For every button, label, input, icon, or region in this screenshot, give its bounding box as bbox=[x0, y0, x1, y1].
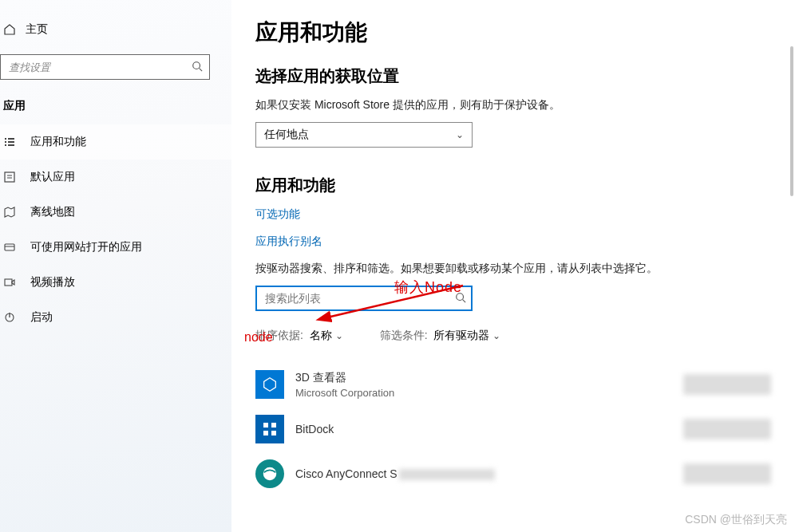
sidebar-item-apps-features[interactable]: 应用和功能 bbox=[0, 124, 231, 160]
video-icon bbox=[3, 276, 16, 289]
search-icon bbox=[192, 61, 204, 74]
dropdown-value: 任何地点 bbox=[264, 128, 309, 142]
svg-rect-13 bbox=[5, 279, 12, 286]
apps-description: 按驱动器搜索、排序和筛选。如果想要卸载或移动某个应用，请从列表中选择它。 bbox=[255, 262, 678, 276]
sidebar-item-default-apps[interactable]: 默认应用 bbox=[0, 160, 231, 195]
app-list: 3D 查看器 Microsoft Corporation BitDock bbox=[255, 362, 771, 496]
annotation-input-node: 输入Node bbox=[394, 278, 462, 297]
link-icon bbox=[3, 241, 16, 254]
startup-icon bbox=[3, 311, 16, 324]
app-list-item[interactable]: 3D 查看器 Microsoft Corporation bbox=[255, 362, 771, 407]
page-title: 应用和功能 bbox=[255, 18, 771, 48]
sidebar-item-video-playback[interactable]: 视频播放 bbox=[0, 265, 231, 300]
sidebar-item-label: 默认应用 bbox=[30, 170, 75, 184]
app-name: Cisco AnyConnect S bbox=[295, 467, 495, 480]
sidebar-category-apps: 应用 bbox=[0, 88, 231, 124]
section-apps-features: 应用和功能 可选功能 应用执行别名 按驱动器搜索、排序和筛选。如果想要卸载或移动… bbox=[255, 175, 771, 496]
svg-rect-11 bbox=[5, 244, 14, 250]
sidebar-item-apps-for-websites[interactable]: 可使用网站打开的应用 bbox=[0, 230, 231, 265]
section-description: 如果仅安装 Microsoft Store 提供的应用，则有助于保护设备。 bbox=[255, 98, 771, 112]
svg-line-17 bbox=[463, 299, 466, 302]
svg-rect-20 bbox=[263, 431, 268, 435]
main-content: 应用和功能 选择应用的获取位置 如果仅安装 Microsoft Store 提供… bbox=[231, 0, 795, 532]
sidebar-item-label: 启动 bbox=[30, 310, 53, 325]
svg-rect-7 bbox=[8, 144, 14, 146]
settings-sidebar: 主页 应用 应用和功能 默认应用 离线地图 可使用网站打开的应用 视频播放 bbox=[0, 0, 231, 532]
chevron-down-icon: ⌄ bbox=[335, 330, 343, 341]
home-label: 主页 bbox=[26, 22, 48, 37]
sidebar-item-offline-maps[interactable]: 离线地图 bbox=[0, 195, 231, 230]
svg-rect-8 bbox=[5, 172, 14, 182]
svg-rect-21 bbox=[271, 431, 276, 435]
settings-search-box[interactable] bbox=[0, 54, 210, 80]
svg-rect-18 bbox=[263, 423, 268, 428]
app-list-item[interactable]: BitDock bbox=[255, 407, 771, 451]
app-name: BitDock bbox=[295, 423, 334, 435]
app-name: 3D 查看器 bbox=[295, 371, 394, 385]
app-size-blurred bbox=[683, 374, 771, 395]
section-heading: 选择应用的获取位置 bbox=[255, 65, 771, 87]
section-heading: 应用和功能 bbox=[255, 175, 771, 196]
annotation-node: node bbox=[244, 330, 273, 345]
svg-rect-4 bbox=[5, 141, 6, 143]
default-icon bbox=[3, 171, 16, 183]
app-icon bbox=[255, 415, 284, 443]
sidebar-item-startup[interactable]: 启动 bbox=[0, 300, 231, 335]
svg-rect-5 bbox=[8, 141, 14, 143]
settings-search-input[interactable] bbox=[9, 61, 192, 73]
install-location-dropdown[interactable]: 任何地点 ⌄ bbox=[255, 122, 473, 148]
app-size-blurred bbox=[683, 463, 771, 484]
chevron-down-icon: ⌄ bbox=[492, 330, 500, 341]
link-app-aliases[interactable]: 应用执行别名 bbox=[255, 234, 771, 249]
sidebar-item-label: 离线地图 bbox=[30, 205, 75, 219]
svg-rect-2 bbox=[5, 138, 6, 140]
app-list-item[interactable]: Cisco AnyConnect S bbox=[255, 451, 771, 496]
watermark: CSDN @世俗到天亮 bbox=[685, 513, 787, 527]
map-icon bbox=[3, 206, 16, 219]
svg-rect-19 bbox=[271, 423, 276, 428]
sidebar-item-label: 可使用网站打开的应用 bbox=[30, 240, 142, 254]
scrollbar[interactable] bbox=[790, 46, 793, 196]
app-size-blurred bbox=[683, 419, 771, 439]
svg-rect-3 bbox=[8, 138, 14, 140]
app-publisher: Microsoft Corporation bbox=[295, 387, 394, 399]
svg-point-0 bbox=[193, 61, 200, 69]
sort-filter-row: 排序依据: 名称 ⌄ 筛选条件: 所有驱动器 ⌄ bbox=[255, 329, 771, 343]
filter-by[interactable]: 筛选条件: 所有驱动器 ⌄ bbox=[380, 329, 501, 343]
section-install-location: 选择应用的获取位置 如果仅安装 Microsoft Store 提供的应用，则有… bbox=[255, 65, 771, 148]
svg-rect-6 bbox=[5, 144, 6, 146]
sidebar-item-label: 应用和功能 bbox=[30, 135, 86, 149]
sidebar-item-label: 视频播放 bbox=[30, 275, 75, 290]
home-link[interactable]: 主页 bbox=[0, 16, 231, 43]
svg-line-1 bbox=[200, 68, 203, 71]
list-icon bbox=[3, 136, 16, 148]
home-icon bbox=[3, 23, 16, 36]
chevron-down-icon: ⌄ bbox=[456, 129, 464, 140]
link-optional-features[interactable]: 可选功能 bbox=[255, 207, 771, 222]
app-icon bbox=[255, 370, 284, 399]
svg-point-22 bbox=[263, 467, 277, 481]
app-icon bbox=[255, 459, 284, 488]
